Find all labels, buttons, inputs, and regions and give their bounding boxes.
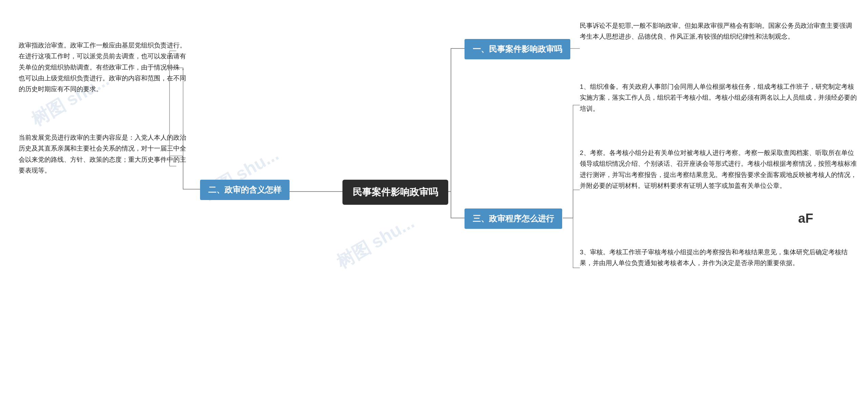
center-node[interactable]: 民事案件影响政审吗: [342, 180, 448, 205]
node-procedure[interactable]: 三、政审程序怎么进行: [465, 209, 562, 229]
text-meaning-lower: 当前发展党员进行政审的主要内容应是：入党人本人的政治历史及其直系亲属和主要社会关…: [19, 132, 188, 176]
text-meaning-upper: 政审指政治审查。政审工作一般应由基层党组织负责进行。在进行这项工作时，可以派党员…: [19, 40, 188, 95]
node-meaning[interactable]: 二、政审的含义怎样: [200, 180, 290, 200]
mind-map-canvas: 树图 shu... 树图 shu... 树图 shu... 民事案件影响政审吗 …: [0, 0, 868, 397]
text-procedure-2: 2、考察。各考核小组分赴有关单位对被考核人进行考察。考察一般采取查阅档案、听取所…: [580, 147, 858, 191]
text-civil-answer: 民事诉讼不是犯罪,一般不影响政审。但如果政审很严格会有影响。国家公务员政治审查主…: [580, 20, 858, 42]
watermark-3: 树图 shu...: [332, 211, 419, 274]
node-civil[interactable]: 一、民事案件影响政审吗: [465, 39, 570, 59]
text-procedure-3: 3、审核。考核工作班子审核考核小组提出的考察报告和考核结果意见，集体研究后确定考…: [580, 247, 858, 269]
text-procedure-1: 1、组织准备。有关政府人事部门会同用人单位根据考核任务，组成考核工作班子，研究制…: [580, 81, 858, 114]
af-label: aF: [798, 211, 813, 226]
